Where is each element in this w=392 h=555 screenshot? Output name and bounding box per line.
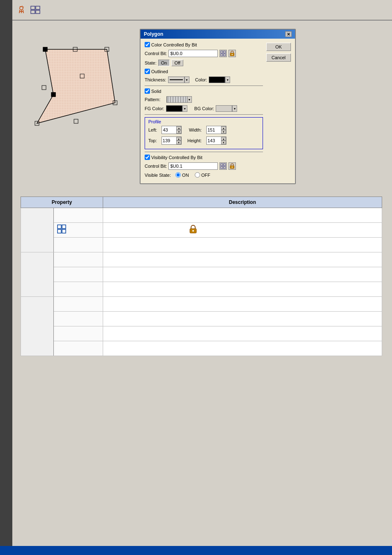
thickness-swatch[interactable]: ▼ — [168, 76, 189, 83]
fg-color-swatch[interactable]: ▼ — [166, 105, 187, 112]
table-section: Property Description — [21, 197, 384, 356]
table-subprop-cell-2a — [54, 252, 103, 267]
visibility-checkbox-label[interactable]: Visibility Controlled By Bit — [145, 155, 203, 160]
vis-grid-icon-btn[interactable] — [219, 162, 227, 170]
width-spin-up[interactable]: ▲ — [221, 126, 226, 130]
pattern-arrow[interactable]: ▼ — [187, 96, 192, 103]
visible-state-label: Visible State: — [145, 173, 171, 178]
pattern-label: Pattern: — [145, 97, 161, 102]
svg-rect-24 — [51, 92, 55, 97]
solid-row: Solid — [145, 88, 263, 94]
table-desc-cell-1c — [103, 238, 382, 252]
table-subprop-cell-2b — [54, 267, 103, 282]
control-bit-input[interactable] — [168, 50, 218, 57]
width-input[interactable] — [207, 126, 221, 134]
left-input[interactable] — [162, 126, 176, 134]
left-spinner[interactable]: ▲ ▼ — [161, 126, 182, 134]
top-spinner[interactable]: ▲ ▼ — [161, 136, 182, 145]
color-label: Color: — [195, 77, 207, 82]
left-spin-down[interactable]: ▼ — [176, 130, 181, 134]
svg-marker-12 — [37, 49, 115, 123]
top-input[interactable] — [162, 137, 176, 144]
table-desc-cell-2c — [103, 282, 382, 297]
bg-color-arrow[interactable]: ▼ — [232, 105, 237, 112]
table-header-property: Property — [21, 197, 103, 208]
state-on-button[interactable]: On — [158, 60, 170, 66]
top-height-row: Top: ▲ ▼ Height: — [148, 136, 259, 145]
height-input[interactable] — [207, 137, 221, 144]
state-label: State: — [145, 60, 157, 65]
svg-rect-30 — [224, 54, 226, 56]
color-swatch[interactable]: ▼ — [209, 76, 230, 83]
visible-off-radio[interactable] — [195, 172, 200, 178]
sidebar-strip — [0, 0, 12, 555]
visible-off-label[interactable]: OFF — [195, 172, 210, 178]
table-desc-cell-3d — [103, 341, 382, 356]
table-prop-cell-3 — [21, 297, 54, 356]
table-header-description: Description — [103, 197, 382, 208]
lock-icon-btn[interactable] — [228, 50, 236, 57]
solid-checkbox-label[interactable]: Solid — [145, 88, 161, 94]
visible-on-radio[interactable] — [175, 172, 181, 178]
left-label: Left: — [148, 127, 157, 132]
toolbar-icon-grid — [29, 3, 42, 16]
svg-point-7 — [23, 7, 24, 7]
visible-state-row: Visible State: ON OFF — [145, 172, 263, 178]
svg-rect-33 — [221, 164, 223, 166]
profile-section: Profile Left: ▲ ▼ Wi — [145, 117, 263, 149]
table-desc-cell-3a — [103, 297, 382, 312]
width-spin-down[interactable]: ▼ — [221, 130, 226, 134]
svg-rect-39 — [58, 225, 61, 229]
outlined-checkbox[interactable] — [145, 69, 150, 74]
pattern-swatch[interactable]: ▼ — [166, 96, 192, 103]
state-row: State: On Off — [145, 60, 263, 66]
cancel-button[interactable]: Cancel — [266, 53, 291, 62]
table-prop-cell-2 — [21, 252, 54, 297]
ok-button[interactable]: OK — [266, 43, 291, 51]
visible-off-text: OFF — [201, 173, 210, 178]
vis-lock-icon-btn[interactable] — [228, 162, 236, 170]
dialog-form: Color Controlled By Bit Control Bit: — [145, 42, 263, 180]
grid-icon-btn[interactable] — [219, 50, 227, 57]
dialog-close-button[interactable]: ✕ — [285, 31, 292, 37]
table-desc-cell-1a — [103, 208, 382, 223]
svg-point-38 — [232, 166, 233, 167]
vis-control-bit-row: Control Bit: — [145, 162, 263, 170]
visible-on-text: ON — [182, 173, 189, 178]
table-grid-icon — [57, 227, 66, 235]
left-spin-up[interactable]: ▲ — [176, 126, 181, 130]
thickness-color-row: Thickness: ▼ Color: ▼ — [145, 76, 263, 83]
bg-color-swatch[interactable]: ▼ — [216, 105, 237, 112]
visibility-checkbox[interactable] — [145, 155, 150, 160]
color-controlled-checkbox-label[interactable]: Color Controlled By Bit — [145, 42, 197, 47]
height-spin-up[interactable]: ▲ — [221, 137, 226, 141]
color-arrow[interactable]: ▼ — [225, 76, 230, 83]
control-bit-label: Control Bit: — [145, 51, 167, 56]
width-spinner[interactable]: ▲ ▼ — [206, 126, 226, 134]
profile-label: Profile — [148, 119, 259, 124]
thickness-arrow[interactable]: ▼ — [184, 76, 189, 83]
outlined-checkbox-label[interactable]: Outlined — [145, 69, 168, 74]
fg-color-arrow[interactable]: ▼ — [182, 105, 187, 112]
top-spin-up[interactable]: ▲ — [176, 137, 181, 141]
visible-on-label[interactable]: ON — [175, 172, 189, 178]
svg-rect-21 — [74, 119, 78, 123]
solid-checkbox[interactable] — [145, 88, 150, 94]
table-row — [21, 341, 382, 356]
vis-control-bit-input[interactable] — [168, 162, 218, 170]
top-spin-down[interactable]: ▼ — [176, 141, 181, 144]
height-spin-down[interactable]: ▼ — [221, 141, 226, 144]
table-row — [21, 208, 382, 223]
status-bar — [0, 546, 392, 555]
polygon-dialog: Polygon ✕ Color Controlled By Bit Contro… — [140, 29, 296, 184]
state-off-button[interactable]: Off — [171, 60, 183, 66]
table-row — [21, 326, 382, 341]
table-desc-cell-2b — [103, 267, 382, 282]
dialog-title: Polygon — [144, 31, 163, 37]
table-row — [21, 297, 382, 312]
table-row — [21, 252, 382, 267]
color-controlled-checkbox[interactable] — [145, 42, 150, 47]
table-desc-cell-3c — [103, 326, 382, 341]
table-desc-cell-2a — [103, 252, 382, 267]
height-spinner[interactable]: ▲ ▼ — [206, 136, 226, 145]
